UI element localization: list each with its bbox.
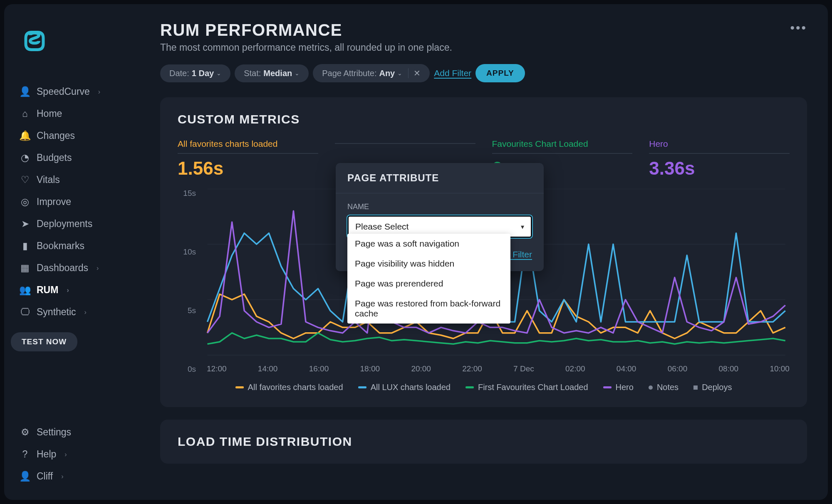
sidebar-label: Synthetic — [37, 306, 76, 318]
sidebar-label: Help — [37, 449, 56, 460]
grid-icon: ▦ — [20, 262, 30, 274]
panel-title: CUSTOM METRICS — [178, 112, 790, 126]
heart-icon: ♡ — [20, 174, 30, 185]
chevron-down-icon: ▾ — [521, 223, 524, 231]
panel-title: LOAD TIME DISTRIBUTION — [178, 435, 790, 449]
sidebar-item-rum[interactable]: 👥 RUM › — [11, 279, 133, 301]
sidebar-label: Changes — [37, 130, 75, 141]
metric-label — [335, 139, 475, 144]
chevron-right-icon: › — [84, 309, 87, 316]
users-icon: 👥 — [20, 284, 30, 296]
bookmark-icon: ▮ — [20, 240, 30, 252]
sidebar-item-dashboards[interactable]: ▦ Dashboards › — [11, 257, 133, 279]
chevron-right-icon: › — [67, 287, 69, 294]
select-placeholder: Please Select — [355, 222, 409, 232]
metric-label: Hero — [649, 139, 790, 154]
select-dropdown: Page was a soft navigation Page visibili… — [347, 234, 510, 324]
help-icon: ? — [20, 449, 30, 460]
sidebar-label: Improve — [37, 196, 71, 208]
sidebar-item-bookmarks[interactable]: ▮ Bookmarks — [11, 235, 133, 257]
sidebar-item-improve[interactable]: ◎ Improve — [11, 191, 133, 213]
chevron-right-icon: › — [64, 451, 67, 458]
metric-value: 3.36s — [649, 158, 790, 179]
metric-value: 1.56s — [178, 158, 318, 179]
chip-value: Any — [379, 69, 395, 78]
sidebar-item-settings[interactable]: ⚙ Settings — [11, 421, 133, 443]
sidebar-label: RUM — [37, 284, 58, 296]
user-icon: 👤 — [20, 86, 30, 97]
field-label: NAME — [347, 203, 532, 211]
app-logo[interactable] — [20, 25, 133, 56]
sidebar-item-home[interactable]: ⌂ Home — [11, 103, 133, 125]
dropdown-option[interactable]: Page visibility was hidden — [347, 254, 510, 274]
close-icon[interactable]: ✕ — [408, 68, 421, 78]
apply-button[interactable]: APPLY — [475, 64, 525, 82]
chevron-down-icon: ⌄ — [397, 70, 402, 77]
filter-page-attribute[interactable]: Page Attribute: Any ⌄ ✕ — [313, 64, 430, 82]
page-subtitle: The most common performance metrics, all… — [160, 42, 452, 53]
sidebar-label: Vitals — [37, 174, 60, 185]
sidebar-item-user[interactable]: 👤 Cliff › — [11, 465, 133, 487]
bell-icon: 🔔 — [20, 130, 30, 141]
load-time-distribution-panel: LOAD TIME DISTRIBUTION — [160, 420, 807, 464]
timeseries-chart: 15s10s5s0s 12:0014:0016:0018:0020:0022:0… — [178, 189, 790, 392]
chip-label: Page Attribute: — [322, 69, 376, 78]
sidebar-item-budgets[interactable]: ◔ Budgets — [11, 147, 133, 169]
chevron-right-icon: › — [98, 88, 100, 96]
test-now-button[interactable]: TEST NOW — [11, 332, 77, 351]
sidebar-org-label: SpeedCurve — [37, 86, 90, 97]
page-attribute-popover: PAGE ATTRIBUTE NAME Please Select ▾ Page… — [336, 163, 544, 271]
sidebar-label: Budgets — [37, 152, 72, 163]
sidebar-item-deployments[interactable]: ➤ Deployments — [11, 213, 133, 235]
target-icon: ◎ — [20, 196, 30, 208]
add-filter-link[interactable]: Add Filter — [434, 68, 471, 78]
sidebar-label: Dashboards — [37, 262, 88, 274]
chip-label: Date: — [169, 69, 189, 78]
chip-value: Median — [263, 69, 292, 78]
sidebar-item-synthetic[interactable]: 🖵 Synthetic › — [11, 301, 133, 323]
sidebar-label: Bookmarks — [37, 240, 84, 252]
custom-metrics-panel: CUSTOM METRICS All favorites charts load… — [160, 97, 807, 407]
chevron-down-icon: ⌄ — [295, 70, 300, 77]
more-icon[interactable]: ••• — [790, 21, 807, 35]
sidebar-item-org[interactable]: 👤 SpeedCurve › — [11, 81, 133, 103]
dropdown-option[interactable]: Page was restored from back-forward cach… — [347, 294, 510, 324]
sidebar-label: Settings — [37, 427, 71, 438]
popover-title: PAGE ATTRIBUTE — [336, 163, 544, 193]
user-icon: 👤 — [20, 471, 30, 482]
rocket-icon: ➤ — [20, 218, 30, 230]
sidebar-label: Deployments — [37, 218, 92, 230]
metric-label: Favourites Chart Loaded — [492, 139, 633, 154]
gauge-icon: ◔ — [20, 152, 30, 163]
sidebar-item-changes[interactable]: 🔔 Changes — [11, 125, 133, 147]
dropdown-option[interactable]: Page was a soft navigation — [347, 234, 510, 254]
sidebar-item-vitals[interactable]: ♡ Vitals — [11, 169, 133, 191]
chevron-right-icon: › — [97, 264, 99, 272]
dropdown-option[interactable]: Page was prerendered — [347, 274, 510, 294]
filter-date[interactable]: Date: 1 Day ⌄ — [160, 64, 230, 82]
sidebar-label: Cliff — [37, 471, 53, 482]
metric-label: All favorites charts loaded — [178, 139, 318, 154]
monitor-icon: 🖵 — [20, 306, 30, 318]
chip-value: 1 Day — [192, 69, 214, 78]
sidebar-label: Home — [37, 108, 62, 119]
chip-label: Stat: — [244, 69, 261, 78]
chevron-right-icon: › — [61, 473, 63, 480]
filter-stat[interactable]: Stat: Median ⌄ — [235, 64, 309, 82]
home-icon: ⌂ — [20, 108, 30, 119]
gear-icon: ⚙ — [20, 427, 30, 438]
page-title: RUM PERFORMANCE — [160, 21, 452, 40]
sidebar-item-help[interactable]: ? Help › — [11, 443, 133, 465]
chevron-down-icon: ⌄ — [216, 70, 221, 77]
